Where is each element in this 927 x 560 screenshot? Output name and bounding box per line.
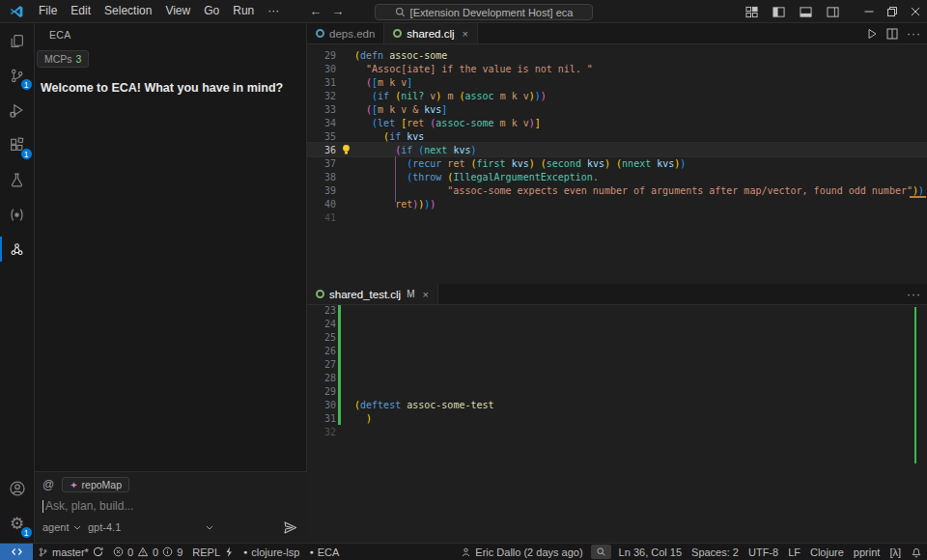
tab-bar-group2: shared_test.clj M × ··· [307,284,927,305]
tab-bar-group1: deps.edn shared.clj × ··· [307,23,927,44]
model-select[interactable]: gpt-4.1 [88,521,213,533]
menu-[interactable]: ··· [261,0,286,22]
git-branch-status[interactable]: master* [33,544,108,560]
run-file-icon[interactable] [866,28,878,40]
account-icon[interactable] [0,471,35,506]
split-editor-icon[interactable] [886,28,898,40]
eca-icon[interactable] [0,232,35,266]
restore-button[interactable] [881,0,904,23]
git-blame-status[interactable]: Eric Dallo (2 days ago) [456,544,587,560]
tab-shared-test-clj[interactable]: shared_test.clj M × [307,284,438,304]
chat-input[interactable]: Ask, plan, build... [35,492,307,513]
status-dot-icon: ● [243,548,247,555]
tab-shared-clj[interactable]: shared.clj × [384,23,478,43]
eca-status[interactable]: ● ECA [304,544,344,560]
line-number: 25 [307,332,336,343]
notifications-bell[interactable] [906,544,927,560]
customize-layout-icon[interactable] [740,0,763,23]
code-line-24[interactable]: 24 [307,317,927,330]
minimize-button[interactable] [857,0,881,23]
mode-select[interactable]: agent [42,521,81,533]
calva-lambda-status[interactable]: [λ] [885,544,906,560]
encoding-status[interactable]: UTF-8 [744,544,783,560]
editor-shared-test-clj[interactable]: 2324252627282930(deftest assoc-some-test… [307,305,927,543]
more-actions-icon[interactable]: ··· [907,27,921,41]
code-line-26[interactable]: 26 [307,344,927,357]
pprint-status[interactable]: pprint [849,544,885,560]
code-line-29[interactable]: 29(defn assoc-some [307,48,927,62]
info-count: 9 [177,546,183,558]
code-line-23[interactable]: 23 [307,305,927,317]
eol-status[interactable]: LF [783,544,805,560]
menu-view[interactable]: View [158,0,197,22]
code-line-34[interactable]: 34 (let [ret (assoc-some m k v)] [307,116,927,129]
editor-area: deps.edn shared.clj × ··· 29(defn assoc-… [307,23,927,543]
language-mode[interactable]: Clojure [805,544,849,560]
editor-shared-clj[interactable]: 29(defn assoc-some30 "Assoc[iate] if the… [307,44,927,284]
more-actions-icon[interactable]: ··· [907,288,921,301]
close-tab-icon[interactable]: × [463,28,468,40]
menu-run[interactable]: Run [226,0,261,22]
mcps-chip[interactable]: MCPs 3 [37,50,89,68]
explorer-icon[interactable] [0,23,35,58]
menu-edit[interactable]: Edit [64,0,98,22]
welcome-message: Welcome to ECA! What you have in mind? [41,81,306,95]
code-line-31[interactable]: 31 ) [307,411,927,425]
code-text: (if (nil? v) m (assoc m k v))) [354,91,547,101]
code-line-35[interactable]: 35 (if kvs [307,129,927,143]
clojure-lsp-status[interactable]: ● clojure-lsp [239,544,304,560]
line-number: 24 [307,319,336,329]
zoom-indicator[interactable] [591,545,611,559]
lightbulb-icon[interactable] [338,144,354,155]
code-line-37[interactable]: 37 (recur ret (first kvs) (second kvs) (… [307,156,927,170]
menu-file[interactable]: File [32,0,64,22]
repl-status[interactable]: REPL [187,544,239,560]
menu-bar: FileEditSelectionViewGoRun··· [32,0,286,22]
eca-label: ECA [318,546,340,558]
code-line-27[interactable]: 27 [307,357,927,371]
toggle-secondary-sidebar-icon[interactable] [821,0,844,23]
nav-back-icon[interactable]: ← [309,4,322,18]
code-line-29[interactable]: 29 [307,384,927,398]
code-line-30[interactable]: 30 "Assoc[iate] if the value is not nil.… [307,62,927,75]
problems-status[interactable]: 0 0 9 [108,544,187,560]
code-line-25[interactable]: 25 [307,330,927,344]
add-context-button[interactable]: @ [42,478,54,491]
testing-icon[interactable] [0,162,35,197]
menu-selection[interactable]: Selection [98,0,158,22]
code-line-28[interactable]: 28 [307,371,927,384]
toggle-sidebar-icon[interactable] [767,0,790,23]
extensions-icon[interactable]: 1 [0,127,35,162]
code-line-31[interactable]: 31 ([m k v] [307,75,927,89]
code-line-40[interactable]: 40 ret)))) [307,197,927,210]
calva-repl-icon[interactable] [0,197,35,232]
code-line-36[interactable]: 36 (if (next kvs) [307,143,927,156]
overview-ruler-added-lines [914,307,917,463]
indentation-status[interactable]: Spaces: 2 [687,544,744,560]
line-number: 31 [307,413,336,424]
remote-indicator[interactable] [0,544,33,560]
send-button[interactable] [283,520,297,535]
run-debug-icon[interactable] [0,93,35,127]
code-line-32[interactable]: 32 [307,425,927,438]
code-line-33[interactable]: 33 ([m k v & kvs] [307,102,927,116]
close-window-button[interactable] [904,0,927,23]
command-center-search[interactable]: [Extension Development Host] eca [375,4,593,20]
code-line-30[interactable]: 30(deftest assoc-some-test [307,398,927,411]
toggle-panel-icon[interactable] [794,0,817,23]
git-modified-badge: M [407,289,414,299]
code-line-39[interactable]: 39 "assoc-some expects even number of ar… [307,183,927,197]
menu-go[interactable]: Go [197,0,226,22]
source-control-icon[interactable]: 1 [0,58,35,93]
sidebar-title: ECA [35,23,306,46]
cursor-position[interactable]: Ln 36, Col 15 [614,544,687,560]
code-line-32[interactable]: 32 (if (nil? v) m (assoc m k v))) [307,89,927,102]
settings-gear-icon[interactable]: ⚙ 1 [0,506,35,541]
code-line-38[interactable]: 38 (throw (IllegalArgumentException. [307,170,927,183]
code-line-41[interactable]: 41 [307,210,927,224]
close-tab-icon[interactable]: × [423,289,429,300]
tab-deps-edn[interactable]: deps.edn [307,23,384,43]
mode-select-value: agent [42,521,70,533]
nav-forward-icon[interactable]: → [331,4,344,18]
context-chip-repomap[interactable]: ✦ repoMap [62,477,129,492]
